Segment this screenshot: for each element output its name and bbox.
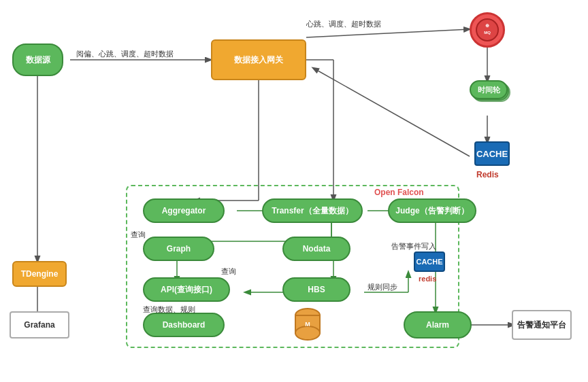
svg-text:⊕: ⊕ [485, 23, 489, 28]
cache-judge-label: CACHE [416, 258, 442, 266]
architecture-diagram: 数据源 数据接入网关 阅偏、心跳、调度、超时数据 心跳、调度、超时数据 ⊕ MQ… [0, 0, 588, 382]
grafana-label: Grafana [24, 320, 54, 330]
mysql-icon: M [293, 307, 323, 343]
graph-label: Graph [167, 244, 191, 254]
hbs-label: HBS [308, 285, 325, 294]
svg-point-29 [295, 326, 320, 340]
alert-platform-box: 告警通知平台 [512, 310, 572, 340]
judge-box: Judge（告警判断） [388, 198, 476, 223]
tdengine-box: TDengine [12, 261, 67, 287]
svg-line-1 [306, 29, 470, 37]
cache-judge-box: CACHE [414, 251, 445, 272]
nodata-label: Nodata [303, 244, 331, 254]
dashboard-label: Dashboard [163, 320, 206, 330]
svg-line-23 [313, 68, 470, 156]
gateway-label: 数据接入网关 [234, 54, 283, 66]
api-label: API(查询接口) [161, 284, 212, 296]
alarm-write-label: 告警事件写入 [391, 241, 436, 251]
alarm-label: Alarm [426, 320, 449, 330]
query-label-1: 查询 [131, 230, 146, 240]
query-label-2: 查询 [221, 266, 236, 277]
svg-text:M: M [305, 321, 310, 328]
cache-redis-box: CACHE [474, 141, 510, 166]
svg-text:MQ: MQ [484, 31, 491, 35]
flow-label-2: 心跳、调度、超时数据 [306, 19, 381, 29]
open-falcon-label: Open Falcon [374, 188, 424, 197]
svg-point-24 [476, 19, 498, 41]
redis-label: Redis [476, 170, 499, 179]
nodata-box: Nodata [282, 237, 350, 261]
hbs-box: HBS [282, 277, 350, 302]
datasource-box: 数据源 [12, 44, 63, 76]
kafka-circle: ⊕ MQ [470, 12, 505, 48]
grafana-box: Grafana [10, 311, 69, 338]
datasource-label: 数据源 [26, 54, 50, 66]
flow-label-1: 阅偏、心跳、调度、超时数据 [76, 49, 174, 59]
rule-sync-label: 规则同步 [368, 282, 397, 292]
graph-box: Graph [143, 237, 214, 261]
judge-label: Judge（告警判断） [395, 205, 468, 217]
cache-label: CACHE [476, 149, 508, 159]
alarm-box: Alarm [404, 311, 472, 338]
dashboard-box: Dashboard [143, 313, 225, 337]
tdengine-label: TDengine [21, 269, 59, 279]
transfer-box: Transfer（全量数据） [262, 198, 363, 223]
query-data-rules-label: 查询数据、规则 [143, 305, 195, 315]
time-wheel-label: 时间轮 [478, 85, 500, 95]
gateway-box: 数据接入网关 [211, 39, 306, 80]
aggregator-box: Aggregator [143, 198, 225, 223]
api-box: API(查询接口) [143, 277, 230, 302]
alert-platform-label: 告警通知平台 [517, 319, 566, 331]
transfer-label: Transfer（全量数据） [272, 205, 353, 217]
redis2-label: redis [419, 275, 436, 283]
aggregator-label: Aggregator [162, 206, 206, 215]
